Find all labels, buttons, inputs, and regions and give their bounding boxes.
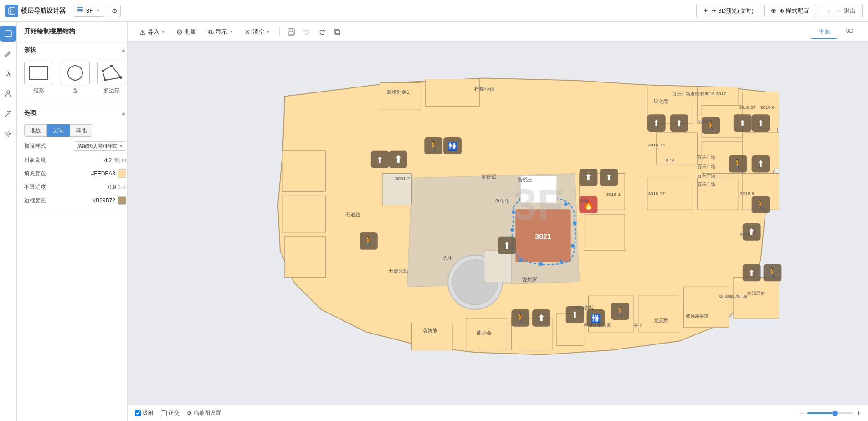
store-label-misty: 蜜说士 <box>518 177 533 182</box>
store-label-byle1: 百乐广场遨乾滑 <box>672 91 704 96</box>
icon-escalator-2: ⬆ <box>752 155 770 173</box>
svg-rect-18 <box>289 29 292 31</box>
save-button[interactable] <box>284 25 298 39</box>
icon-person-3: 🚶 <box>729 155 747 173</box>
svg-text:⬆: ⬆ <box>606 173 612 182</box>
sidebar-icon-connect[interactable] <box>0 106 16 122</box>
store-label-xiansheng: 先生 <box>443 255 453 261</box>
import-button[interactable]: 导入 ▼ <box>135 26 170 38</box>
map-settings-button[interactable]: ⚙ 临摹图设置 <box>187 409 221 417</box>
ortho-checkbox-label[interactable]: 正交 <box>161 409 180 417</box>
preset-style-row: 预设样式 系统默认房间样式 ▼ <box>17 139 134 154</box>
shape-rect-canvas <box>24 62 53 84</box>
clear-button[interactable]: 清空 ▼ <box>240 26 275 38</box>
preview-3d-button[interactable]: ✈ ✈ 3D预览(临时) <box>696 4 760 18</box>
svg-text:3021: 3021 <box>535 233 551 241</box>
shape-polygon-item[interactable]: 多边形 <box>97 62 126 95</box>
zoom-in-button[interactable]: + <box>857 409 861 417</box>
shapes-chevron-icon: ▲ <box>121 47 126 53</box>
app-name: 楼层导航设计器 <box>21 7 66 15</box>
preset-style-select[interactable]: 系统默认房间样式 ▼ <box>74 141 126 151</box>
style-config-button[interactable]: ⊕ ⊕ 样式配置 <box>764 4 817 18</box>
svg-point-33 <box>560 260 563 264</box>
svg-text:⬆: ⬆ <box>676 119 683 128</box>
snap-checkbox[interactable] <box>135 410 141 416</box>
measure-button[interactable]: 测量 <box>172 26 201 38</box>
shape-rect-item[interactable]: 矩形 <box>24 62 53 95</box>
copy-button[interactable] <box>331 25 344 39</box>
map-area[interactable]: 3F <box>128 42 868 405</box>
store-label-6-16: 6-16 <box>666 158 675 163</box>
top-bar-right: ✈ ✈ 3D预览(临时) ⊕ ⊕ 样式配置 ← ← 退出 <box>696 4 863 18</box>
zoom-slider-thumb[interactable] <box>832 411 838 416</box>
store-label-3016-17: 3016-17 <box>648 191 665 196</box>
gear-icon: ⚙ <box>112 7 118 15</box>
panel-content: 开始绘制楼层结构 形状 ▲ 矩形 <box>17 22 134 421</box>
store-label-3016-8: 3016-8 <box>740 191 754 196</box>
sidebar-icon-settings[interactable] <box>0 126 16 142</box>
sidebar-icon-people[interactable] <box>0 86 16 102</box>
svg-marker-9 <box>103 66 121 80</box>
icon-elevator-2: ⬆ <box>647 114 666 132</box>
floor-settings-button[interactable]: ⚙ <box>108 5 121 17</box>
redo-button[interactable] <box>315 25 329 39</box>
undo-button[interactable] <box>300 25 313 39</box>
snap-checkbox-label[interactable]: 吸附 <box>135 409 154 417</box>
zoom-out-button[interactable]: − <box>799 409 803 417</box>
svg-text:⬆: ⬆ <box>748 268 755 277</box>
fill-color-row: 填充颜色 #FEDEA3 <box>17 167 134 180</box>
ortho-checkbox[interactable] <box>161 410 167 416</box>
ortho-label: 正交 <box>169 409 180 417</box>
tab-floor[interactable]: 地板 <box>24 124 47 137</box>
store-label-cgv: CGV影院 <box>574 305 595 310</box>
tab-other[interactable]: 其他 <box>70 124 92 137</box>
view-tab-3d[interactable]: 3D <box>838 25 861 39</box>
exit-button[interactable]: ← ← 退出 <box>820 4 863 18</box>
border-color-swatch[interactable] <box>118 196 126 205</box>
tab-room[interactable]: 房间 <box>47 124 70 137</box>
sidebar-icon-bar: 入 <box>0 22 17 421</box>
store-label-tangmaxiong: 汤妈熊 <box>422 328 437 333</box>
svg-text:⬆: ⬆ <box>585 172 592 182</box>
floor-selector[interactable]: 3F ▼ <box>73 5 104 17</box>
shape-circle-label: 圆 <box>72 87 78 95</box>
view-tab-flat[interactable]: 平面 <box>811 25 837 39</box>
store-label-byle4: 百乐广场 <box>697 173 715 178</box>
sidebar-icon-edit[interactable] <box>0 46 16 62</box>
rect-shape <box>29 66 48 80</box>
icon-elevator-mid: ⬆ <box>600 169 618 186</box>
sidebar-icon-entrance[interactable]: 入 <box>0 66 16 82</box>
icon-person-botright: 🚶 <box>764 264 782 282</box>
svg-text:🚻: 🚻 <box>591 313 601 323</box>
svg-rect-42 <box>285 237 326 278</box>
store-label-3016-7: 3016-7 <box>740 232 754 237</box>
svg-text:⬆: ⬆ <box>653 119 660 128</box>
icon-person-4: 🚶 <box>752 196 770 213</box>
svg-text:⬆: ⬆ <box>757 159 765 169</box>
store-label-aifeng: 愛炊家 <box>522 277 537 282</box>
fill-color-swatch[interactable] <box>118 169 126 178</box>
main-layout: 入 开始绘制楼层结构 形状 <box>0 22 868 421</box>
left-panel: 入 开始绘制楼层结构 形状 <box>0 22 128 421</box>
svg-point-15 <box>179 31 180 33</box>
icon-escalator-mid: ⬆ <box>580 169 598 186</box>
svg-text:🚶: 🚶 <box>515 313 526 323</box>
svg-point-30 <box>564 202 568 206</box>
undo-icon <box>303 28 310 36</box>
border-color-value: #B29B72 <box>93 197 115 204</box>
sidebar-icon-draw[interactable] <box>0 26 16 42</box>
import-chevron-icon: ▼ <box>161 30 165 34</box>
toolbar-separator <box>279 27 280 36</box>
svg-rect-19 <box>289 32 293 34</box>
svg-point-7 <box>7 91 10 93</box>
store-label-3001-2: 3001-2 <box>395 176 410 181</box>
svg-rect-64 <box>584 214 625 251</box>
shape-circle-item[interactable]: 圆 <box>61 62 90 95</box>
opacity-range: 0~1 <box>118 185 126 190</box>
svg-point-38 <box>512 210 515 214</box>
store-label-1: 新增对象1 <box>387 89 410 95</box>
svg-rect-5 <box>77 10 83 12</box>
svg-text:⬆: ⬆ <box>571 310 579 320</box>
floor-plan-svg: 3021 <box>128 42 868 405</box>
display-button[interactable]: 显示 ▼ <box>203 26 238 38</box>
